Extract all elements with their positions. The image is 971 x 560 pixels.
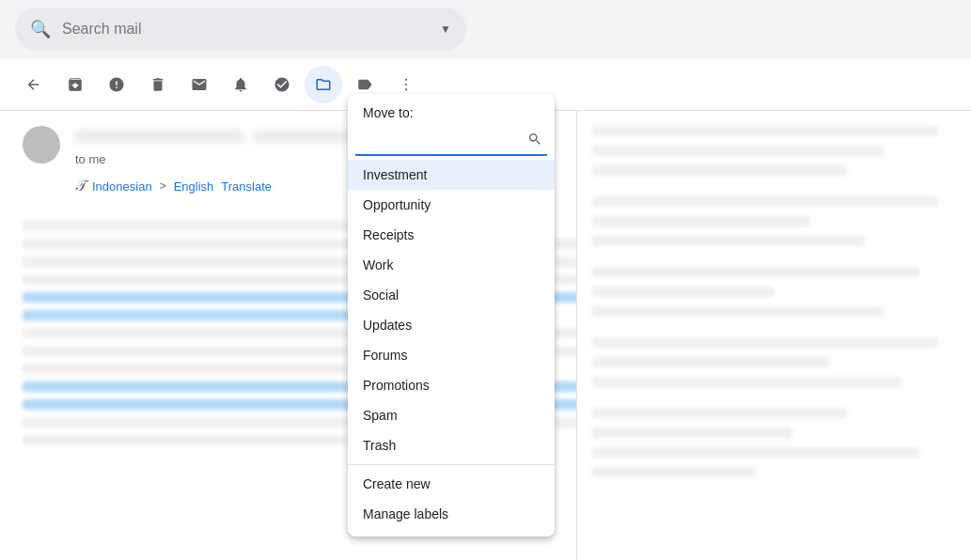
- move-to-item[interactable]: Trash: [348, 430, 555, 460]
- move-to-list: InvestmentOpportunityReceiptsWorkSocialU…: [348, 160, 555, 460]
- svg-point-2: [405, 88, 407, 90]
- right-panel: [576, 111, 971, 560]
- move-to-search-icon: [527, 132, 542, 150]
- task-button[interactable]: [263, 66, 301, 103]
- move-to-item[interactable]: Promotions: [348, 370, 555, 400]
- svg-point-1: [405, 83, 407, 85]
- search-input-wrapper[interactable]: 🔍 ▼: [15, 8, 466, 51]
- translate-from[interactable]: Indonesian: [92, 179, 152, 194]
- translate-to[interactable]: English: [174, 179, 214, 194]
- move-to-actions: Create newManage labels: [348, 469, 555, 529]
- move-to-item[interactable]: Opportunity: [348, 190, 555, 220]
- move-to-item[interactable]: Spam: [348, 400, 555, 430]
- move-to-item[interactable]: Receipts: [348, 220, 555, 250]
- arrow-icon: >: [160, 179, 166, 193]
- avatar: [23, 126, 60, 163]
- move-to-action-1[interactable]: Manage labels: [348, 499, 555, 529]
- move-to-item[interactable]: Forums: [348, 340, 555, 370]
- delete-button[interactable]: [139, 66, 177, 103]
- move-to-title: Move to:: [348, 94, 555, 128]
- search-dropdown-icon[interactable]: ▼: [440, 23, 451, 36]
- move-to-dropdown: Move to: InvestmentOpportunityReceiptsWo…: [348, 94, 555, 537]
- archive-button[interactable]: [56, 66, 94, 103]
- snooze-button[interactable]: [222, 66, 259, 103]
- svg-point-0: [405, 78, 407, 80]
- move-to-item[interactable]: Updates: [348, 310, 555, 340]
- move-to-action-0[interactable]: Create new: [348, 469, 555, 499]
- unread-button[interactable]: [180, 66, 218, 103]
- move-to-item[interactable]: Investment: [348, 160, 555, 190]
- search-input[interactable]: [62, 21, 429, 38]
- search-icon: 🔍: [30, 19, 51, 39]
- move-to-item[interactable]: Social: [348, 280, 555, 310]
- translate-link[interactable]: Translate: [221, 179, 272, 194]
- translate-icon: 𝒯: [75, 178, 85, 194]
- move-to-search-input[interactable]: [363, 133, 527, 148]
- move-to-item[interactable]: Work: [348, 250, 555, 280]
- search-bar: 🔍 ▼: [0, 0, 971, 58]
- report-button[interactable]: [98, 66, 135, 103]
- move-to-search-bar[interactable]: [355, 128, 547, 156]
- move-to-button[interactable]: [305, 66, 342, 103]
- move-to-divider: [348, 464, 555, 465]
- back-button[interactable]: [15, 66, 53, 103]
